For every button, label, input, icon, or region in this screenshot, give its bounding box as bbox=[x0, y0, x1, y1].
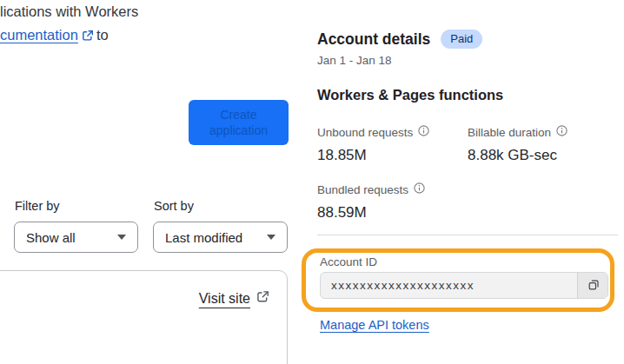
account-id-field-group: xxxxxxxxxxxxxxxxxxxx bbox=[320, 272, 608, 299]
account-details-title: Account details bbox=[317, 30, 430, 49]
stat-value: 8.88k GB-sec bbox=[468, 147, 568, 164]
documentation-link[interactable]: cumentation bbox=[0, 27, 78, 43]
filter-by-label: Filter by bbox=[15, 199, 60, 213]
chevron-down-icon bbox=[117, 235, 126, 240]
stat-label: Bundled requests bbox=[317, 183, 408, 196]
account-details-header: Account details Paid bbox=[317, 30, 482, 49]
intro-line-2: cumentationto bbox=[0, 23, 138, 49]
copy-icon bbox=[587, 278, 600, 294]
divider bbox=[317, 235, 618, 235]
stat-label-row: Billable duration bbox=[468, 125, 568, 139]
info-icon[interactable] bbox=[556, 125, 568, 139]
chevron-down-icon bbox=[267, 235, 275, 240]
date-range: Jan 1 - Jan 18 bbox=[317, 54, 392, 67]
sort-dropdown[interactable]: Last modified bbox=[153, 222, 288, 253]
stat-label: Unbound requests bbox=[317, 126, 413, 139]
info-icon[interactable] bbox=[414, 182, 425, 196]
visit-site-label: Visit site bbox=[199, 291, 250, 307]
manage-api-tokens-link[interactable]: Manage API tokens bbox=[320, 318, 429, 332]
external-link-icon bbox=[82, 25, 94, 49]
stat-label: Billable duration bbox=[468, 126, 551, 139]
workers-pages-dashboard: lications with Workers cumentationto Cre… bbox=[0, 0, 624, 364]
create-application-button[interactable]: Create application bbox=[189, 100, 289, 145]
stat-label-row: Unbound requests bbox=[317, 125, 429, 139]
info-icon[interactable] bbox=[418, 125, 429, 139]
account-id-input[interactable]: xxxxxxxxxxxxxxxxxxxx bbox=[321, 273, 577, 298]
stat-value: 88.59M bbox=[317, 204, 425, 222]
external-link-icon bbox=[256, 290, 269, 307]
intro-suffix: to bbox=[96, 27, 109, 43]
stat-value: 18.85M bbox=[317, 147, 429, 164]
copy-button[interactable] bbox=[577, 273, 607, 298]
paid-badge: Paid bbox=[441, 30, 482, 49]
sort-by-label: Sort by bbox=[154, 199, 194, 213]
stat-bundled-requests: Bundled requests 88.59M bbox=[317, 182, 425, 222]
account-id-label: Account ID bbox=[320, 255, 377, 268]
filter-dropdown-value: Show all bbox=[26, 230, 76, 245]
project-card: Visit site bbox=[0, 270, 288, 364]
stat-billable-duration: Billable duration 8.88k GB-sec bbox=[468, 125, 568, 164]
sort-dropdown-value: Last modified bbox=[165, 230, 242, 245]
filter-dropdown[interactable]: Show all bbox=[14, 222, 138, 253]
stat-label-row: Bundled requests bbox=[317, 182, 425, 196]
intro-text: lications with Workers cumentationto bbox=[0, 0, 138, 49]
intro-line-1: lications with Workers bbox=[0, 0, 138, 23]
workers-pages-functions-title: Workers & Pages functions bbox=[317, 87, 503, 103]
stat-unbound-requests: Unbound requests 18.85M bbox=[317, 125, 429, 164]
visit-site-link[interactable]: Visit site bbox=[199, 290, 269, 307]
